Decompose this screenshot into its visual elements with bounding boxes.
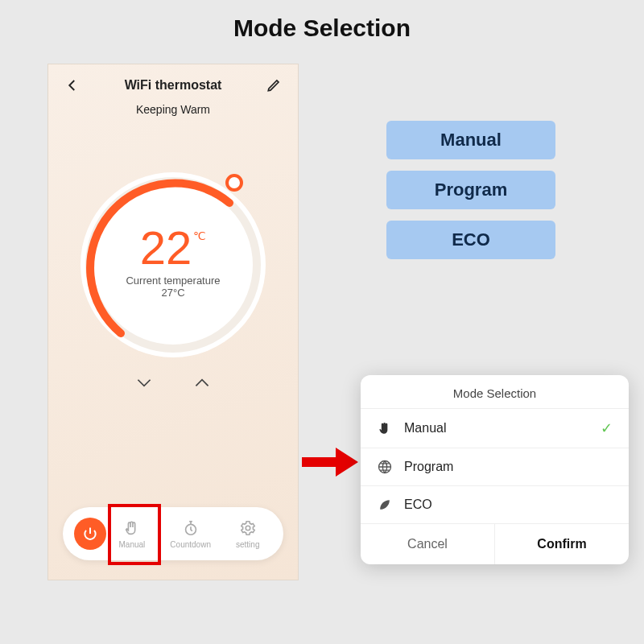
cancel-button[interactable]: Cancel [361, 524, 495, 564]
bar-label: Countdown [170, 540, 211, 549]
sheet-row-program[interactable]: Program [361, 448, 629, 485]
svg-point-3 [246, 526, 250, 530]
sheet-row-manual[interactable]: Manual ✓ [361, 408, 629, 448]
hand-icon [377, 420, 393, 436]
settings-button[interactable]: setting [236, 519, 259, 549]
sheet-row-eco[interactable]: ECO [361, 485, 629, 523]
edit-icon[interactable] [264, 76, 283, 95]
mode-labels-column: Manual Program ECO [386, 121, 555, 259]
countdown-button[interactable]: Countdown [170, 519, 211, 549]
mode-label-manual: Manual [386, 121, 555, 159]
status-text: Keeping Warm [48, 103, 298, 116]
hand-icon [123, 519, 141, 539]
confirm-button[interactable]: Confirm [495, 524, 629, 564]
arrow-icon [302, 446, 358, 478]
page-title: Mode Selection [0, 14, 644, 42]
increase-button[interactable] [190, 370, 214, 394]
bottom-bar: Manual Countdown setting [63, 507, 283, 560]
mode-selection-sheet: Mode Selection Manual ✓ Program ECO Canc… [361, 375, 629, 564]
power-button[interactable] [74, 518, 106, 550]
thermostat-phone-mock: WiFi thermostat Keeping Warm 22℃ Current… [48, 64, 298, 580]
set-temperature: 22 [140, 225, 192, 271]
mode-label-program: Program [386, 171, 555, 209]
temperature-dial[interactable]: 22℃ Current temperature 27°C [72, 164, 274, 365]
temperature-unit: ℃ [193, 229, 206, 242]
bar-label: setting [236, 540, 259, 549]
decrease-button[interactable] [132, 370, 156, 394]
app-title: WiFi thermostat [125, 78, 222, 93]
mode-manual-button[interactable]: Manual [119, 519, 146, 549]
stopwatch-icon [182, 519, 200, 539]
bar-label: Manual [119, 540, 146, 549]
gear-icon [239, 519, 257, 539]
sheet-row-label: Program [404, 460, 453, 474]
current-temperature: Current temperature 27°C [123, 275, 224, 299]
globe-icon [377, 459, 393, 475]
sheet-row-label: Manual [404, 421, 446, 436]
back-icon[interactable] [63, 76, 82, 95]
sheet-title: Mode Selection [361, 375, 629, 408]
leaf-icon [377, 497, 393, 513]
mode-label-eco: ECO [386, 221, 555, 259]
dial-knob[interactable] [225, 174, 243, 192]
sheet-row-label: ECO [404, 497, 432, 512]
check-icon: ✓ [601, 419, 613, 437]
